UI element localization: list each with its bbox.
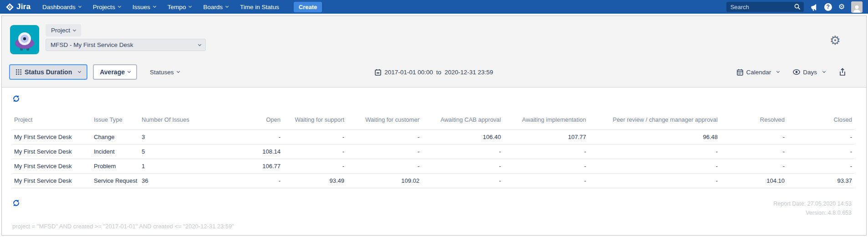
table-cell: - <box>720 159 786 174</box>
nav-tempo[interactable]: Tempo <box>168 4 192 10</box>
table-cell: - <box>282 144 346 159</box>
table-cell: - <box>588 144 720 159</box>
col-number-of-issues: Number Of Issues <box>140 116 200 130</box>
date-from: 2017-01-01 00:00 <box>384 69 433 76</box>
chevron-down-icon <box>776 70 780 73</box>
announcements-icon[interactable] <box>810 3 818 11</box>
table-cell: - <box>503 144 588 159</box>
table-cell: Service Request <box>92 174 140 188</box>
chevron-down-icon <box>822 70 826 73</box>
table-row: My First Service Desk Incident 5 108.14 … <box>12 144 854 159</box>
jira-logo-text: Jira <box>16 2 31 11</box>
date-to: 2020-12-31 23:59 <box>444 69 493 76</box>
table-cell: 93.49 <box>282 174 346 188</box>
table-cell: - <box>346 144 421 159</box>
table-cell: 93.37 <box>786 174 854 188</box>
nav-dashboards[interactable]: Dashboards <box>42 4 81 10</box>
table-cell: - <box>282 130 346 144</box>
search-input[interactable] <box>726 2 804 12</box>
table-cell: My First Service Desk <box>12 159 92 174</box>
metric-dropdown[interactable]: Average <box>93 64 137 80</box>
statuses-dropdown[interactable]: Statuses <box>150 69 179 76</box>
chevron-down-icon <box>128 70 131 73</box>
create-button[interactable]: Create <box>294 2 322 12</box>
table-cell: 36 <box>140 174 200 188</box>
table-cell: My First Service Desk <box>12 144 92 159</box>
col-awaiting-implementation: Awaiting implementation <box>503 116 588 130</box>
table-cell: Problem <box>92 159 140 174</box>
search-box <box>726 2 804 12</box>
user-avatar[interactable] <box>851 1 863 13</box>
report-date: Report Date: 27.05.2020 14:53 <box>773 199 852 208</box>
table-row: My First Service Desk Change 3 - - - 106… <box>12 130 854 144</box>
settings-gear-icon[interactable]: ⚙ <box>830 34 841 46</box>
chevron-down-icon <box>189 5 192 8</box>
chevron-down-icon <box>198 42 201 46</box>
table-cell: 104.10 <box>720 174 786 188</box>
table-row: My First Service Desk Service Request 36… <box>12 174 854 188</box>
table-cell: Change <box>92 130 140 144</box>
table-cell: - <box>200 130 282 144</box>
date-range[interactable]: 2017-01-01 00:00 to 2020-12-31 23:59 <box>375 69 493 76</box>
date-to-word: to <box>436 69 441 76</box>
chevron-down-icon <box>153 5 156 8</box>
table-cell: Incident <box>92 144 140 159</box>
refresh-icon[interactable] <box>12 95 20 103</box>
report-toolbar: Status Duration Average Statuses <box>9 64 859 80</box>
report-type-button[interactable]: Status Duration <box>9 64 87 80</box>
chevron-down-icon <box>78 5 82 8</box>
export-icon[interactable] <box>839 68 846 76</box>
chevron-down-icon <box>78 70 81 73</box>
table-cell: 3 <box>140 130 200 144</box>
project-type-button[interactable]: Project <box>46 24 81 36</box>
report-body: Project Issue Type Number Of Issues Open… <box>2 88 866 230</box>
panel-header: Project MFSD - My First Service Desk ⚙ <box>2 16 866 88</box>
report-meta: Report Date: 27.05.2020 14:53 Version: 4… <box>773 199 852 217</box>
table-cell: - <box>346 159 421 174</box>
col-issue-type: Issue Type <box>92 116 140 130</box>
refresh-icon[interactable] <box>12 199 20 207</box>
table-cell: 1 <box>140 159 200 174</box>
jql-query: project = "MFSD" AND created >= "2017-01… <box>12 223 866 230</box>
project-select[interactable]: MFSD - My First Service Desk <box>46 39 206 51</box>
grid-icon <box>16 69 21 75</box>
table-cell: - <box>503 159 588 174</box>
table-cell: - <box>786 144 854 159</box>
table-cell: - <box>346 130 421 144</box>
col-project: Project <box>12 116 92 130</box>
nav-projects[interactable]: Projects <box>93 4 121 10</box>
col-awaiting-cab-approval: Awaiting CAB approval <box>421 116 503 130</box>
chevron-down-icon <box>118 5 121 8</box>
col-resolved: Resolved <box>720 116 786 130</box>
table-cell: - <box>282 159 346 174</box>
table-cell: 107.77 <box>503 130 588 144</box>
nav-issues[interactable]: Issues <box>133 4 156 10</box>
gear-icon[interactable]: ⚙ <box>838 3 845 10</box>
col-waiting-for-support: Waiting for support <box>282 116 346 130</box>
calendar-icon <box>737 69 743 76</box>
nav-time-in-status[interactable]: Time in Status <box>240 4 279 10</box>
table-header-row: Project Issue Type Number Of Issues Open… <box>12 116 854 130</box>
col-peer-review: Peer review / change manager approval <box>588 116 720 130</box>
jira-logo[interactable]: Jira <box>5 2 31 11</box>
table-cell: - <box>588 159 720 174</box>
calendar-icon <box>375 69 381 76</box>
table-cell: My First Service Desk <box>12 130 92 144</box>
table-cell: - <box>200 174 282 188</box>
table-cell: 108.14 <box>200 144 282 159</box>
unit-dropdown[interactable]: Days <box>793 69 825 76</box>
table-cell: - <box>786 130 854 144</box>
nav-boards[interactable]: Boards <box>203 4 228 10</box>
help-icon[interactable]: ? <box>824 3 832 11</box>
table-cell: - <box>720 130 786 144</box>
table-row: My First Service Desk Problem 1 106.77 -… <box>12 159 854 174</box>
table-cell: - <box>503 174 588 188</box>
calendar-dropdown[interactable]: Calendar <box>737 69 779 76</box>
report-panel: Project MFSD - My First Service Desk ⚙ <box>1 15 867 236</box>
report-version: Version: 4.8.0.653 <box>773 208 852 217</box>
col-waiting-for-customer: Waiting for customer <box>346 116 421 130</box>
search-icon[interactable] <box>794 3 801 10</box>
col-closed: Closed <box>786 116 854 130</box>
table-cell: - <box>786 159 854 174</box>
eye-icon <box>793 69 800 75</box>
